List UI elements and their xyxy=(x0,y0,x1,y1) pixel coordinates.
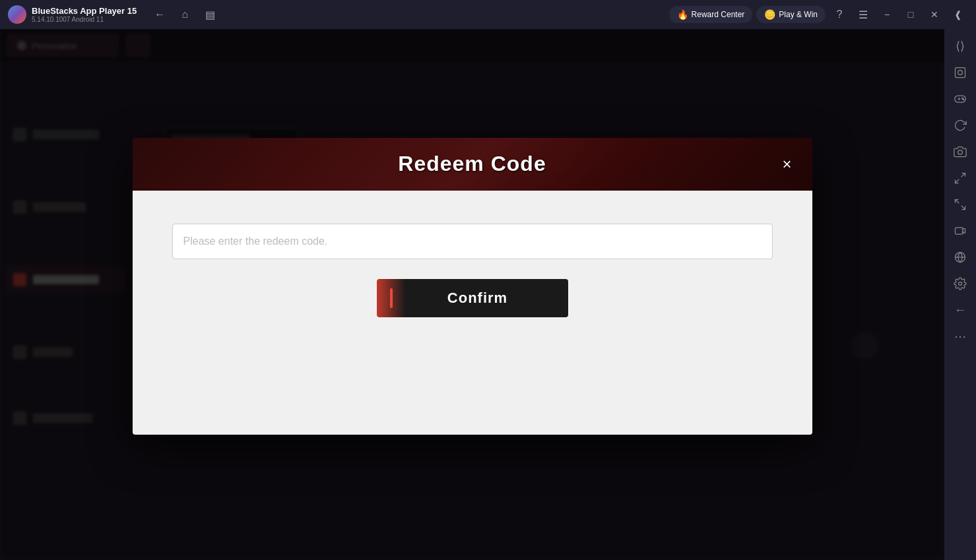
nav-buttons: ← ⌂ ▤ xyxy=(150,5,220,24)
svg-point-1 xyxy=(958,71,963,75)
modal-close-button[interactable]: × xyxy=(775,152,799,176)
play-win-label: Play & Win xyxy=(779,10,818,19)
svg-point-14 xyxy=(959,282,962,286)
maximize-button[interactable]: □ xyxy=(901,5,921,24)
home-button[interactable]: ⌂ xyxy=(175,5,195,24)
title-bar-right: 🔥 Reward Center 🪙 Play & Win ? ☰ − □ ✕ ❰ xyxy=(669,5,968,24)
sidebar-resize-v-icon[interactable] xyxy=(948,193,972,216)
sidebar-expand-icon[interactable]: ⟨⟩ xyxy=(948,34,972,58)
svg-point-6 xyxy=(963,99,964,100)
svg-point-5 xyxy=(962,98,963,99)
right-sidebar: ⟨⟩ ← ⋯ xyxy=(944,29,976,560)
svg-line-10 xyxy=(961,206,965,210)
title-bar: BlueStacks App Player 15 5.14.10.1007 An… xyxy=(0,0,976,29)
sidebar-resize-h-icon[interactable] xyxy=(948,166,972,190)
app-logo xyxy=(8,5,26,24)
sidebar-more-icon[interactable]: ⋯ xyxy=(948,325,972,348)
app-version: 5.14.10.1007 Android 11 xyxy=(32,16,137,23)
svg-point-7 xyxy=(958,150,963,155)
minimize-button[interactable]: − xyxy=(877,5,897,24)
sidebar-camera-icon[interactable] xyxy=(948,140,972,164)
redeem-code-input[interactable] xyxy=(172,224,773,259)
confirm-button[interactable]: Confirm xyxy=(377,279,568,317)
modal-container: Redeem Code × Confirm xyxy=(133,138,812,435)
play-win-button[interactable]: 🪙 Play & Win xyxy=(756,6,826,23)
svg-line-9 xyxy=(956,179,960,183)
close-button[interactable]: ✕ xyxy=(925,5,944,24)
sidebar-refresh-icon[interactable] xyxy=(948,113,972,137)
modal-header: Redeem Code × xyxy=(133,138,812,191)
back-button[interactable]: ← xyxy=(150,5,170,24)
layers-button[interactable]: ▤ xyxy=(200,5,220,24)
sidebar-screenshot-icon[interactable] xyxy=(948,61,972,84)
reward-center-button[interactable]: 🔥 Reward Center xyxy=(669,6,753,23)
svg-line-11 xyxy=(956,200,960,204)
sidebar-toggle[interactable]: ❰ xyxy=(948,5,968,24)
reward-center-label: Reward Center xyxy=(692,10,745,19)
fire-icon: 🔥 xyxy=(677,9,688,20)
menu-button[interactable]: ☰ xyxy=(853,5,873,24)
sidebar-back-icon[interactable]: ← xyxy=(948,298,972,322)
sidebar-settings-icon[interactable] xyxy=(948,272,972,296)
sidebar-gamepad-icon[interactable] xyxy=(948,87,972,111)
app-name: BlueStacks App Player 15 xyxy=(32,6,137,16)
coin-icon: 🪙 xyxy=(764,9,775,20)
modal-body: Confirm xyxy=(133,191,812,435)
redeem-code-modal: Redeem Code × Confirm xyxy=(133,138,812,435)
help-button[interactable]: ? xyxy=(830,5,849,24)
sidebar-globe-icon[interactable] xyxy=(948,245,972,269)
confirm-button-label: Confirm xyxy=(401,290,555,307)
svg-rect-0 xyxy=(956,68,965,78)
svg-line-8 xyxy=(961,173,965,177)
sidebar-record-icon[interactable] xyxy=(948,219,972,243)
modal-title: Redeem Code xyxy=(398,152,546,176)
